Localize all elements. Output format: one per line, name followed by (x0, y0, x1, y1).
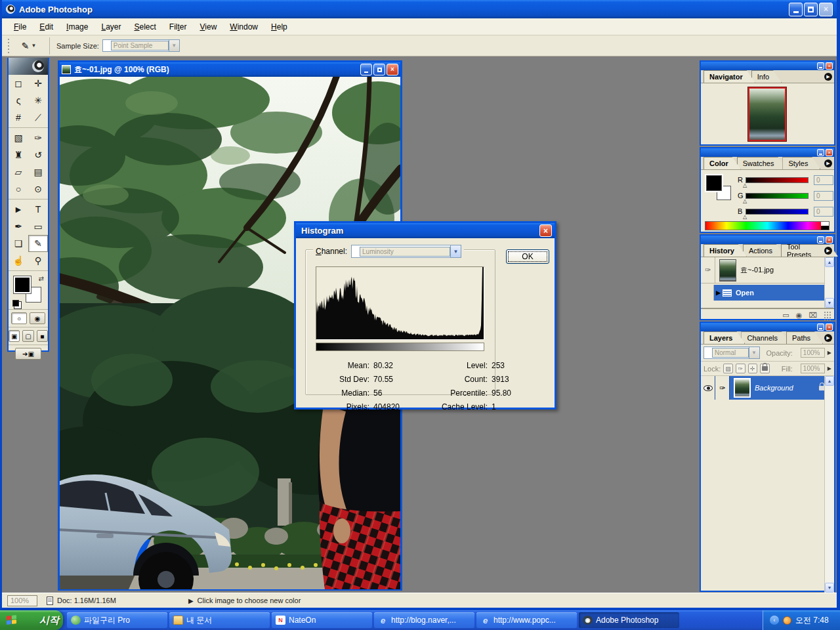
menu-filter[interactable]: Filter (163, 20, 194, 33)
fill-field[interactable]: 100% (801, 364, 825, 373)
panel-minimize-button[interactable] (817, 149, 824, 156)
r-value-field[interactable]: 0 (814, 175, 833, 185)
panel-close-button[interactable]: × (826, 236, 833, 243)
quick-mask-mode-button[interactable]: ◉ (30, 312, 45, 324)
navigator-tab-info[interactable]: Info (751, 70, 782, 83)
dodge-tool[interactable]: ⊙ (28, 180, 48, 198)
opacity-field[interactable]: 100% (801, 348, 825, 358)
lock-all-button[interactable] (760, 364, 770, 373)
taskbar-item-내-문서[interactable]: 내 문서 (169, 612, 270, 628)
layer-visibility-toggle[interactable] (701, 376, 715, 400)
b-slider[interactable] (746, 209, 808, 215)
history-snapshot-row[interactable]: ✑ 효~-01.jpg (701, 257, 834, 284)
sample-size-select[interactable]: Point Sample ▼ (102, 39, 180, 52)
doc-maximize-button[interactable] (373, 64, 385, 75)
taskbar-item-nateon[interactable]: NNateOn (272, 612, 372, 628)
slider-thumb-icon[interactable]: △ (743, 214, 747, 220)
slider-thumb-icon[interactable]: △ (743, 198, 747, 204)
options-grip[interactable] (7, 38, 11, 54)
notes-tool[interactable]: ❏ (9, 235, 28, 252)
tray-app-icon[interactable] (783, 616, 791, 625)
foreground-color-swatch[interactable] (14, 276, 31, 293)
delete-state-button[interactable]: ⌧ (808, 311, 817, 320)
b-value-field[interactable]: 0 (814, 207, 833, 217)
lasso-tool[interactable]: ς (9, 92, 28, 109)
color-spectrum-ramp[interactable] (705, 221, 830, 230)
history-menu-button[interactable]: ▶ (824, 247, 832, 255)
panel-minimize-button[interactable] (817, 324, 824, 331)
panel-close-button[interactable]: × (826, 324, 833, 331)
minimize-button[interactable] (789, 3, 803, 16)
color-tab-color[interactable]: Color (704, 157, 741, 169)
layers-tab-paths[interactable]: Paths (786, 331, 823, 344)
scroll-down-icon[interactable]: ▼ (825, 298, 834, 308)
standard-screen-mode-button[interactable]: ▣ (9, 330, 20, 342)
color-menu-button[interactable]: ▶ (824, 159, 832, 167)
swap-colors-icon[interactable]: ⇄ (39, 275, 44, 282)
navigator-menu-button[interactable]: ▶ (824, 73, 832, 81)
slice-tool[interactable]: ⟋ (28, 109, 48, 126)
new-snapshot-button[interactable]: ◉ (796, 311, 803, 320)
opacity-arrow-icon[interactable]: ▶ (828, 350, 831, 356)
taskbar-item-adobe-photoshop[interactable]: ◉Adobe Photoshop (579, 612, 679, 628)
history-tab-actions[interactable]: Actions (743, 244, 785, 257)
menu-window[interactable]: Window (223, 20, 264, 33)
eyedropper-tool[interactable]: ✎ (28, 235, 48, 252)
magic-wand-tool[interactable]: ✳ (28, 92, 48, 109)
lock-transparency-button[interactable]: ▨ (723, 364, 733, 373)
pen-tool[interactable]: ✒ (9, 218, 28, 235)
photoshop-eye-logo[interactable] (9, 58, 48, 75)
lock-position-button[interactable]: ✛ (748, 364, 758, 373)
scroll-up-icon[interactable]: ▲ (825, 376, 834, 386)
taskbar-item-http-www-popc-[interactable]: ehttp://www.popc... (476, 612, 577, 628)
fullscreen-mode-button[interactable]: ■ (37, 330, 48, 342)
channel-select[interactable]: Luminosity ▼ (351, 245, 461, 258)
histogram-close-button[interactable]: × (539, 224, 552, 237)
history-scrollbar[interactable]: ▲ ▼ (824, 257, 834, 308)
maximize-button[interactable] (804, 3, 818, 16)
hide-icons-chevron[interactable]: ‹ (770, 616, 779, 625)
document-titlebar[interactable]: 효~-01.jpg @ 100% (RGB) × (60, 62, 400, 77)
status-arrow-icon[interactable]: ▶ (188, 597, 194, 604)
brush-tool[interactable]: ✑ (28, 129, 48, 146)
g-slider[interactable] (746, 193, 808, 199)
rectangular-marquee-tool[interactable]: ◻ (9, 75, 28, 92)
fill-arrow-icon[interactable]: ▶ (828, 366, 831, 371)
clone-stamp-tool[interactable]: ♜ (9, 146, 28, 163)
menu-image[interactable]: Image (60, 20, 94, 33)
resize-grip[interactable] (824, 311, 831, 320)
scroll-up-icon[interactable]: ▲ (825, 257, 834, 267)
fullscreen-menubar-mode-button[interactable]: ▢ (22, 330, 33, 342)
history-brush-source-icon[interactable]: ✑ (701, 257, 715, 284)
current-tool-button[interactable]: ✎▼ (15, 38, 43, 54)
history-tab-history[interactable]: History (704, 244, 747, 257)
blur-tool[interactable]: ○ (9, 180, 28, 198)
menu-view[interactable]: View (194, 20, 224, 33)
type-tool[interactable]: T (28, 201, 48, 218)
layer-row-background[interactable]: ✑ Background (701, 376, 834, 400)
g-value-field[interactable]: 0 (814, 191, 833, 201)
foreground-color-swatch[interactable] (706, 175, 722, 191)
history-brush-checkbox[interactable] (701, 285, 714, 301)
menu-edit[interactable]: Edit (33, 20, 60, 33)
eraser-tool[interactable]: ▱ (9, 163, 28, 180)
ok-button[interactable]: OK (506, 249, 549, 264)
blend-mode-select[interactable]: Normal ▼ (704, 346, 760, 359)
color-tab-styles[interactable]: Styles (782, 157, 820, 169)
default-colors-icon[interactable] (12, 300, 19, 306)
history-brush-tool[interactable]: ↺ (28, 146, 48, 163)
standard-mode-button[interactable]: ○ (11, 312, 27, 324)
panel-minimize-button[interactable] (817, 236, 824, 243)
menu-layer[interactable]: Layer (94, 20, 127, 33)
scroll-down-icon[interactable]: ▼ (825, 583, 834, 593)
taskbar-item-http-blog-naver-[interactable]: ehttp://blog.naver,... (374, 612, 474, 628)
new-document-from-state-button[interactable]: ▭ (782, 311, 789, 320)
status-zoom-field[interactable]: 100% (7, 595, 37, 606)
layers-tab-layers[interactable]: Layers (704, 331, 745, 344)
path-selection-tool[interactable]: ► (9, 201, 28, 218)
layers-tab-channels[interactable]: Channels (741, 331, 789, 344)
taskbar-item-파일구리-pro[interactable]: 파일구리 Pro (67, 612, 167, 628)
hand-tool[interactable]: ☝ (9, 252, 28, 269)
r-slider[interactable] (746, 177, 808, 183)
gradient-tool[interactable]: ▤ (28, 163, 48, 180)
